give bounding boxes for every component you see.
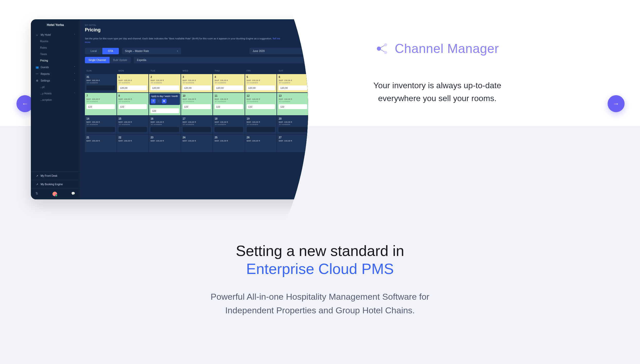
- sidebar-front-desk-label: My Front Desk: [41, 174, 57, 177]
- calendar-cell[interactable]: 20BAR: 100,00 €3/3 available: [277, 116, 309, 134]
- price-input[interactable]: [86, 85, 115, 90]
- price-input[interactable]: [119, 127, 147, 132]
- price-input[interactable]: [215, 104, 243, 109]
- calendar-cell[interactable]: 25BAR: 100,00 €: [213, 135, 245, 152]
- next-slide-button[interactable]: →: [608, 95, 625, 112]
- single-channel-button[interactable]: Single Channel: [85, 57, 110, 63]
- calendar-cell[interactable]: 19BAR: 100,00 €3/3 available: [245, 116, 277, 134]
- calendar-week: 21BAR: 100,00 €22BAR: 100,00 €23BAR: 100…: [85, 135, 309, 152]
- bar-rate: BAR: 100,00 €: [119, 140, 147, 142]
- calendar-cell[interactable]: 22BAR: 100,00 €: [117, 135, 149, 152]
- price-input[interactable]: [150, 127, 179, 132]
- calendar-cell[interactable]: 18BAR: 100,00 €3/3 available: [213, 116, 245, 134]
- sidebar-front-desk-link[interactable]: ↗ My Front Desk: [31, 171, 80, 180]
- price-input[interactable]: [183, 85, 211, 90]
- channel-select[interactable]: Expedia: [134, 57, 309, 63]
- availability: 3/3 available: [279, 82, 307, 84]
- bulk-update-button[interactable]: Bulk Update: [110, 57, 131, 63]
- sidebar-item-pt[interactable]: ...pt: [31, 84, 80, 90]
- sidebar-item-yhotels[interactable]: ...y Hotels˅: [31, 90, 80, 97]
- availability: 3/3 available: [86, 123, 115, 126]
- bar-rate: BAR: 100,00 €: [183, 98, 211, 100]
- avatar[interactable]: [52, 192, 57, 196]
- price-input[interactable]: [215, 127, 243, 132]
- calendar-cell[interactable]: Apply to day / week / month☰··▦: [149, 93, 181, 115]
- calendar-cell[interactable]: 12BAR: 100,00 €3/3 available: [245, 93, 277, 115]
- day-header: FRI: [245, 67, 277, 74]
- sidebar-item-label: ...pt: [40, 86, 45, 88]
- calendar-cell[interactable]: 24BAR: 100,00 €: [181, 135, 213, 152]
- apply-month-button[interactable]: ▦: [162, 99, 166, 103]
- scope-ota-button[interactable]: OTA: [102, 48, 119, 54]
- price-input[interactable]: [247, 127, 275, 132]
- apply-popover-label: Apply to day / week / month: [151, 95, 179, 97]
- calendar-cell[interactable]: 23BAR: 100,00 €: [149, 135, 181, 152]
- price-input[interactable]: [86, 127, 115, 132]
- calendar-cell[interactable]: 31BAR: 100,00 €3/3 available: [85, 74, 117, 92]
- sidebar-item-label: Pricing: [40, 59, 48, 62]
- price-input[interactable]: [86, 104, 115, 109]
- calendar-cell[interactable]: 1BAR: 100,00 €3/3 available: [117, 74, 149, 92]
- chat-icon[interactable]: 💬: [71, 192, 75, 196]
- sidebar-item-scription[interactable]: ...scription: [31, 97, 80, 103]
- sidebar-item-rates[interactable]: Rates: [31, 45, 80, 51]
- day-number: 23: [150, 136, 179, 139]
- price-input[interactable]: [279, 85, 307, 90]
- calendar-cell[interactable]: 21BAR: 100,00 €: [85, 135, 117, 152]
- calendar-cell[interactable]: 15BAR: 100,00 €3/3 available: [117, 116, 149, 134]
- sort-icon[interactable]: ⇅: [35, 192, 38, 196]
- price-input[interactable]: [119, 104, 147, 109]
- feature-title: Channel Manager: [395, 41, 499, 56]
- price-input[interactable]: [247, 85, 275, 90]
- sidebar-item-reports[interactable]: 〰Reports˅: [31, 70, 80, 77]
- calendar-cell[interactable]: 27BAR: 100,00 €: [277, 135, 309, 152]
- price-input[interactable]: [183, 127, 211, 132]
- calendar-cell[interactable]: 8BAR: 100,00 €3/3 available: [117, 93, 149, 115]
- apply-day-button[interactable]: ☰: [151, 99, 156, 103]
- price-input[interactable]: [247, 104, 275, 109]
- calendar-cell[interactable]: 11BAR: 100,00 €3/3 available: [213, 93, 245, 115]
- price-input[interactable]: [119, 85, 147, 90]
- hero-sub-line-1: Powerful All-in-one Hospitality Manageme…: [211, 292, 429, 301]
- apply-week-button[interactable]: ··: [156, 99, 161, 103]
- calendar-cell[interactable]: 14BAR: 100,00 €3/3 available: [85, 116, 117, 134]
- calendar-cell[interactable]: 7BAR: 100,00 €3/3 available: [85, 93, 117, 115]
- price-input[interactable]: [279, 104, 307, 109]
- hero-sub: Powerful All-in-one Hospitality Manageme…: [0, 290, 640, 317]
- calendar-cell[interactable]: 4BAR: 100,00 €3/3 available: [213, 74, 245, 92]
- price-input[interactable]: [150, 85, 179, 90]
- day-number: 3: [183, 76, 211, 78]
- price-input[interactable]: [183, 104, 211, 109]
- calendar-cell[interactable]: 3BAR: 100,00 €3/3 available: [181, 74, 213, 92]
- sidebar-item-label: Guests: [41, 66, 49, 69]
- calendar-cell[interactable]: 26BAR: 100,00 €: [245, 135, 277, 152]
- sidebar-item-settings[interactable]: ⚙Settings˅: [31, 77, 80, 84]
- price-input[interactable]: [215, 85, 243, 90]
- calendar-cell[interactable]: 13BAR: 100,00 €3/3 available: [277, 93, 309, 115]
- rate-select-value: Single – Master Rate: [125, 50, 149, 52]
- calendar-cell[interactable]: 2BAR: 100,00 €3/3 available: [149, 74, 181, 92]
- price-input[interactable]: [150, 108, 179, 113]
- sidebar-item-taxes[interactable]: Taxes: [31, 51, 80, 57]
- calendar-cell[interactable]: 5BAR: 100,00 €3/3 available: [245, 74, 277, 92]
- sidebar-booking-engine-link[interactable]: ↗ My Booking Engine: [31, 180, 80, 188]
- month-select[interactable]: June 2020 ›: [250, 48, 309, 54]
- scope-local-button[interactable]: Local: [85, 48, 102, 54]
- price-input[interactable]: [279, 127, 307, 132]
- calendar-cell[interactable]: 10BAR: 100,00 €3/3 available: [181, 93, 213, 115]
- chevron-down-icon: ˅: [74, 79, 75, 82]
- day-number: 16: [150, 117, 179, 120]
- calendar-cell[interactable]: 17BAR: 100,00 €3/3 available: [181, 116, 213, 134]
- calendar-cell[interactable]: 16BAR: 100,00 €3/3 available: [149, 116, 181, 134]
- chevron-down-icon: ˅: [74, 92, 75, 95]
- sidebar-item-guests[interactable]: 👥Guests˅: [31, 64, 80, 70]
- rate-select[interactable]: Single – Master Rate ▾: [122, 48, 181, 54]
- day-number: 14: [86, 117, 115, 120]
- day-number: 2: [150, 76, 179, 78]
- sidebar-item-rooms[interactable]: Rooms: [31, 38, 80, 45]
- bar-rate: BAR: 100,00 €: [183, 140, 211, 142]
- calendar-cell[interactable]: 6BAR: 100,00 €3/3 available: [277, 74, 309, 92]
- sidebar-item-pricing[interactable]: Pricing: [31, 57, 80, 64]
- sidebar-item-label: Reports: [41, 73, 50, 75]
- sidebar-item-myhotel[interactable]: ⌂My Hotel˅: [31, 31, 80, 38]
